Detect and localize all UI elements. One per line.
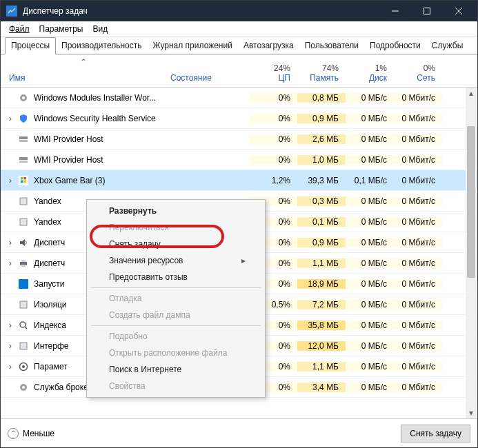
- close-button[interactable]: [443, 1, 475, 21]
- process-name: Диспетч: [34, 238, 65, 247]
- col-disk[interactable]: 1%Диск: [346, 54, 394, 87]
- process-icon: [17, 134, 30, 145]
- process-name: Изоляци: [34, 300, 66, 309]
- svg-rect-17: [20, 218, 27, 225]
- network-cell: 0 Мбит/с: [394, 362, 442, 371]
- cpu-cell: 0%: [249, 155, 297, 165]
- context-item: Создать файл дампа: [87, 307, 265, 323]
- process-icon: [17, 113, 30, 124]
- process-row[interactable]: Windows Modules Installer Wor...0%0,8 МБ…: [1, 88, 477, 108]
- expand-toggle[interactable]: ›: [3, 341, 17, 351]
- window-title: Диспетчер задач: [23, 6, 379, 16]
- menu-file[interactable]: Файл: [5, 23, 34, 35]
- memory-cell: 0,9 МБ: [297, 114, 346, 123]
- memory-cell: 12,0 МБ: [297, 341, 346, 351]
- svg-rect-12: [21, 177, 23, 180]
- context-item[interactable]: Поиск в Интернете: [87, 361, 265, 378]
- svg-rect-20: [21, 265, 26, 267]
- disk-cell: 0,1 МБ/с: [346, 176, 394, 185]
- process-icon: [17, 92, 30, 103]
- col-status[interactable]: Состояние: [166, 54, 249, 87]
- network-cell: 0 Мбит/с: [394, 320, 442, 330]
- process-icon: [17, 154, 30, 165]
- cpu-cell: 0%: [249, 134, 297, 144]
- scroll-thumb[interactable]: [467, 126, 475, 278]
- svg-rect-0: [8, 7, 16, 15]
- fewer-details-toggle[interactable]: ⌃ Меньше: [8, 428, 401, 439]
- tab-processes[interactable]: Процессы: [5, 37, 56, 54]
- col-network[interactable]: 0%Сеть: [394, 54, 442, 87]
- memory-cell: 0,8 МБ: [297, 93, 346, 103]
- context-item: Свойства: [87, 378, 265, 394]
- network-cell: 0 Мбит/с: [394, 114, 442, 123]
- process-icon: [17, 278, 30, 289]
- scroll-track[interactable]: [466, 99, 477, 407]
- cpu-cell: 1,2%: [249, 176, 297, 185]
- footer-bar: ⌃ Меньше Снять задачу: [1, 418, 477, 447]
- process-name: Yandex: [34, 196, 61, 206]
- tab-details[interactable]: Подробности: [364, 38, 426, 54]
- process-row[interactable]: ›Xbox Game Bar (3)1,2%39,3 МБ0,1 МБ/с0 М…: [1, 170, 477, 191]
- svg-rect-25: [20, 343, 27, 349]
- process-row[interactable]: WMI Provider Host0%2,6 МБ0 МБ/с0 Мбит/с: [1, 129, 477, 150]
- process-name: Запусти: [34, 279, 64, 289]
- tab-app-history[interactable]: Журнал приложений: [148, 38, 238, 54]
- memory-cell: 3,4 МБ: [297, 383, 346, 392]
- context-separator: [91, 325, 261, 326]
- maximize-button[interactable]: [411, 1, 443, 21]
- disk-cell: 0 МБ/с: [346, 93, 394, 103]
- process-icon: [17, 258, 30, 269]
- vertical-scrollbar[interactable]: ▴ ▾: [466, 88, 477, 418]
- scroll-down-icon[interactable]: ▾: [466, 407, 477, 418]
- menu-view[interactable]: Вид: [88, 23, 112, 35]
- network-cell: 0 Мбит/с: [394, 279, 442, 289]
- disk-cell: 0 МБ/с: [346, 155, 394, 165]
- expand-toggle[interactable]: ›: [3, 238, 17, 247]
- svg-rect-10: [19, 161, 28, 163]
- context-item[interactable]: Значения ресурсов▸: [87, 252, 265, 269]
- svg-line-24: [25, 327, 27, 329]
- menubar: Файл Параметры Вид: [1, 21, 477, 37]
- svg-rect-11: [19, 176, 28, 185]
- col-cpu[interactable]: 24%ЦП: [249, 54, 297, 87]
- process-icon: [17, 237, 30, 248]
- col-memory[interactable]: 74%Память: [297, 54, 346, 87]
- memory-cell: 7,2 МБ: [297, 300, 346, 309]
- end-task-button[interactable]: Снять задачу: [401, 425, 470, 442]
- minimize-button[interactable]: [379, 1, 411, 21]
- titlebar[interactable]: Диспетчер задач: [1, 1, 477, 21]
- process-name: WMI Provider Host: [34, 155, 103, 165]
- tab-performance[interactable]: Производительность: [56, 38, 147, 54]
- expand-toggle[interactable]: ›: [3, 320, 17, 330]
- col-name[interactable]: ⌃ Имя: [1, 54, 166, 87]
- network-cell: 0 Мбит/с: [394, 300, 442, 309]
- process-icon: [17, 175, 30, 186]
- memory-cell: 2,6 МБ: [297, 134, 346, 144]
- tab-services[interactable]: Службы: [426, 38, 468, 54]
- scroll-up-icon[interactable]: ▴: [466, 88, 477, 99]
- network-cell: 0 Мбит/с: [394, 93, 442, 103]
- process-row[interactable]: ›Windows Security Health Service0%0,9 МБ…: [1, 108, 477, 129]
- context-item[interactable]: Снять задачу: [87, 236, 265, 252]
- chevron-up-icon: ⌃: [8, 428, 19, 439]
- menu-options[interactable]: Параметры: [35, 23, 88, 35]
- tab-startup[interactable]: Автозагрузка: [238, 38, 299, 54]
- expand-toggle[interactable]: ›: [3, 114, 17, 123]
- process-row[interactable]: WMI Provider Host0%1,0 МБ0 МБ/с0 Мбит/с: [1, 150, 477, 170]
- memory-cell: 1,1 МБ: [297, 362, 346, 371]
- expand-toggle[interactable]: ›: [3, 176, 17, 185]
- process-icon: [17, 382, 30, 393]
- expand-toggle[interactable]: ›: [3, 258, 17, 268]
- expand-toggle[interactable]: ›: [3, 362, 17, 371]
- window-buttons: [379, 1, 475, 21]
- process-icon: [17, 340, 30, 352]
- disk-cell: 0 МБ/с: [346, 341, 394, 351]
- svg-point-29: [22, 386, 25, 389]
- context-item: Переключиться: [87, 219, 265, 236]
- tab-users[interactable]: Пользователи: [299, 38, 364, 54]
- memory-cell: 1,0 МБ: [297, 155, 346, 165]
- network-cell: 0 Мбит/с: [394, 176, 442, 185]
- context-item[interactable]: Развернуть: [87, 203, 265, 219]
- process-name: WMI Provider Host: [34, 134, 103, 144]
- context-item[interactable]: Предоставить отзыв: [87, 269, 265, 285]
